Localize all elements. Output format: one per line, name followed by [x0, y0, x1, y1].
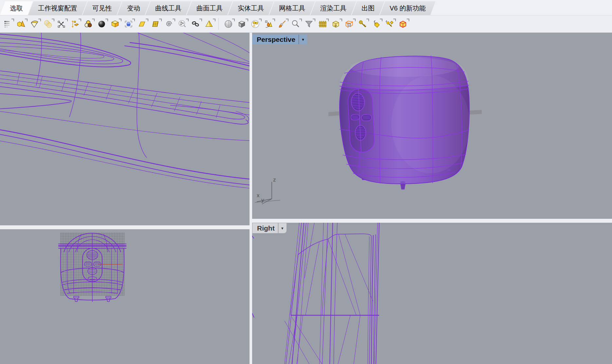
hatch-icon[interactable] — [43, 18, 53, 29]
tab-bar: 选取工作视窗配置可见性变动曲线工具曲面工具实体工具网格工具渲染工具出图V6 的新… — [0, 0, 612, 15]
viewport-right[interactable]: Right ▼ — [252, 223, 612, 364]
magnifier-icon[interactable] — [290, 18, 300, 29]
surface-box-icon[interactable] — [110, 18, 120, 29]
filter-funnel-icon[interactable] — [304, 18, 314, 29]
mesh-grid-icon[interactable] — [150, 18, 160, 29]
points-filter-icon[interactable] — [3, 18, 12, 29]
key-icon[interactable] — [358, 18, 367, 29]
point-cloud-icon[interactable] — [177, 18, 187, 29]
tab-曲线工具[interactable]: 曲线工具 — [145, 1, 191, 15]
spiral-icon[interactable] — [164, 18, 174, 29]
viewport-top-left[interactable] — [0, 33, 250, 225]
viewport-menu-arrow-icon[interactable]: ▼ — [278, 226, 287, 230]
tab-渲染工具[interactable]: 渲染工具 — [310, 1, 356, 15]
tab-V6 的新功能[interactable]: V6 的新功能 — [380, 1, 436, 15]
axis-label-z: z — [273, 177, 276, 183]
tab-可见性[interactable]: 可见性 — [83, 1, 122, 15]
wireframe-canvas-front — [0, 229, 250, 364]
control-panel — [347, 88, 375, 153]
shapes-circle-icon[interactable] — [250, 18, 260, 29]
wireframe-canvas-right — [252, 223, 612, 364]
pyramid-icon[interactable] — [204, 18, 214, 29]
fence-icon[interactable] — [317, 18, 327, 29]
solid-primitives-icon[interactable] — [16, 18, 26, 29]
black-sphere-icon[interactable] — [97, 18, 106, 29]
rhino-window: 选取工作视窗配置可见性变动曲线工具曲面工具实体工具网格工具渲染工具出图V6 的新… — [0, 0, 612, 364]
color-circles-icon[interactable] — [83, 18, 93, 29]
wireframe-cube-icon[interactable] — [237, 18, 247, 29]
tab-网格工具[interactable]: 网格工具 — [269, 1, 315, 15]
world-axes-gizmo: z x y — [255, 177, 280, 204]
axis-label-x: x — [257, 192, 260, 199]
svg-text:U: U — [334, 24, 337, 27]
drop-cone-icon[interactable] — [264, 18, 273, 29]
u-box-icon[interactable]: U — [331, 18, 341, 29]
bounding-box-icon[interactable] — [344, 18, 354, 29]
viewport-title[interactable]: Right — [252, 224, 278, 232]
viewport-splitter-horizontal-right[interactable] — [252, 219, 612, 223]
tab-变动[interactable]: 变动 — [117, 1, 150, 15]
transform-arrows-icon[interactable] — [56, 18, 66, 29]
block-cylinder-icon[interactable] — [123, 18, 133, 29]
tab-实体工具[interactable]: 实体工具 — [228, 1, 274, 15]
wireframe-canvas-top-left — [0, 33, 250, 225]
main-toolbar: U — [0, 15, 612, 33]
viewport-menu-arrow-icon[interactable]: ▼ — [299, 38, 307, 42]
red-edge-box-icon[interactable] — [398, 18, 408, 29]
plane-icon[interactable] — [137, 18, 147, 29]
axis-label-y: y — [261, 197, 264, 203]
viewport-label-perspective[interactable]: Perspective ▼ — [252, 35, 307, 44]
toolbar-separator — [218, 18, 219, 30]
rice-cooker-model — [340, 56, 470, 184]
viewport-perspective[interactable]: z x y Perspective ▼ — [252, 33, 612, 219]
key-pair-icon[interactable] — [384, 18, 394, 29]
shaded-model-canvas: z x y — [252, 33, 612, 219]
cone-icon[interactable] — [29, 18, 39, 29]
viewport-splitter-vertical[interactable] — [250, 33, 252, 364]
paintbrush-icon[interactable] — [277, 18, 287, 29]
tab-出图[interactable]: 出图 — [352, 1, 384, 15]
viewport-area: z x y Perspective ▼ — [0, 33, 612, 364]
viewport-splitter-horizontal-left[interactable] — [0, 225, 250, 229]
tab-曲面工具[interactable]: 曲面工具 — [187, 1, 232, 15]
dimension-icon[interactable] — [70, 18, 80, 29]
viewport-label-right[interactable]: Right ▼ — [252, 223, 287, 233]
shaded-sphere-icon[interactable] — [223, 18, 233, 29]
chain-link-icon[interactable] — [191, 18, 200, 29]
tag-hook-icon[interactable] — [371, 18, 381, 29]
tab-工作视窗配置[interactable]: 工作视窗配置 — [28, 1, 87, 15]
viewport-title[interactable]: Perspective — [252, 36, 299, 43]
viewport-front[interactable] — [0, 229, 250, 364]
tab-选取[interactable]: 选取 — [0, 1, 33, 15]
